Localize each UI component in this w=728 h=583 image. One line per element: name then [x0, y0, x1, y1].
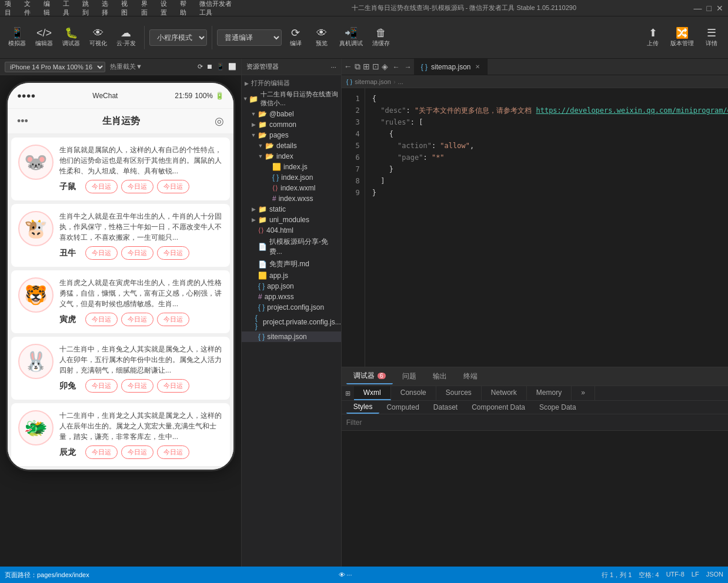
zodiac-btn2-4[interactable]: 今日运: [121, 445, 153, 459]
menu-project[interactable]: 项目: [5, 0, 15, 17]
subtab-styles[interactable]: Styles: [346, 401, 380, 414]
tree-item-16[interactable]: # app.wxss: [242, 292, 341, 302]
cloud-button[interactable]: ☁ 云·开发: [113, 25, 139, 50]
zodiac-btn2-1[interactable]: 今日运: [121, 246, 153, 260]
close-button[interactable]: ✕: [716, 4, 723, 12]
menu-weixin[interactable]: 微信开发者工具: [199, 0, 235, 17]
tab-nav-forward[interactable]: →: [402, 63, 414, 71]
tree-item-3[interactable]: ▼ 📂 details: [242, 140, 341, 151]
subtab-component-data[interactable]: Component Data: [465, 401, 532, 413]
tree-item-1[interactable]: ▶ 📁 common: [242, 119, 341, 130]
menu-help[interactable]: 帮助: [180, 0, 190, 17]
phone-stop-icon[interactable]: ⏹: [206, 63, 213, 71]
menu-select[interactable]: 选择: [102, 0, 112, 17]
phone-landscape-icon[interactable]: ⬜: [228, 63, 236, 71]
tree-item-11[interactable]: ⟨⟩ 404.html: [242, 225, 341, 236]
mode-select[interactable]: 小程序模式 插件模式: [149, 29, 207, 46]
subtab-scope-data[interactable]: Scope Data: [532, 401, 583, 413]
maximize-button[interactable]: □: [707, 4, 712, 12]
tree-item-7[interactable]: ⟨⟩ index.wxml: [242, 183, 341, 193]
tree-root[interactable]: ▼📁十二生肖每日运势在线查询 微信小...: [242, 89, 341, 109]
tree-item-6[interactable]: { } index.json: [242, 172, 341, 183]
preview-button[interactable]: 👁 预览: [310, 25, 333, 50]
devtools-tab-more[interactable]: »: [572, 386, 595, 400]
file-panel-menu-icon[interactable]: ···: [331, 63, 336, 71]
editor-button[interactable]: </> 编辑器: [32, 25, 56, 50]
tree-item-0[interactable]: ▼ 📂 @babel: [242, 109, 341, 119]
tree-item-2[interactable]: ▼ 📂 pages: [242, 130, 341, 140]
status-eye-icon[interactable]: 👁: [339, 571, 345, 578]
status-more-icon[interactable]: ···: [346, 571, 352, 578]
tab-split-icon[interactable]: ⧉: [355, 62, 360, 72]
menu-edit[interactable]: 编辑: [44, 0, 54, 17]
tab-nav-back[interactable]: ←: [390, 63, 402, 71]
tree-item-17[interactable]: { } project.config.json: [242, 302, 341, 313]
tree-item-5[interactable]: 🟨 index.js: [242, 162, 341, 172]
zodiac-btn2-0[interactable]: 今日运: [121, 180, 153, 193]
devtools-tab-console[interactable]: Console: [391, 386, 436, 400]
filter-input[interactable]: [346, 418, 728, 427]
tree-item-13[interactable]: 📄 免责声明.md: [242, 258, 341, 270]
dock-icon[interactable]: ⊞: [345, 390, 350, 397]
tree-item-10[interactable]: ▶ 📁 uni_modules: [242, 215, 341, 225]
detail-button[interactable]: ☰ 详情: [700, 25, 723, 50]
zodiac-btn1-2[interactable]: 今日运: [85, 313, 118, 326]
phone-header-menu-icon[interactable]: ◎: [215, 115, 224, 128]
zodiac-btn3-4[interactable]: 今日运: [157, 445, 189, 459]
tree-item-4[interactable]: ▼ 📂 index: [242, 151, 341, 162]
menu-tools[interactable]: 工具: [63, 0, 73, 17]
tree-item-9[interactable]: ▶ 📁 static: [242, 204, 341, 215]
zodiac-btn1-0[interactable]: 今日运: [85, 180, 118, 193]
menu-settings[interactable]: 设置: [161, 0, 171, 17]
subtab-dataset[interactable]: Dataset: [426, 401, 465, 413]
minimize-button[interactable]: —: [694, 4, 702, 12]
clear-button[interactable]: 🗑 清缓存: [369, 25, 393, 50]
menu-view[interactable]: 视图: [121, 0, 131, 17]
devtools-tab-network[interactable]: Network: [482, 386, 527, 400]
devtools-tab-sources[interactable]: Sources: [436, 386, 482, 400]
phone-toolbar-hotshot[interactable]: 热重截关▼: [110, 62, 142, 71]
phone-refresh-icon[interactable]: ⟳: [198, 63, 203, 71]
devtools-tab-wxml[interactable]: Wxml: [354, 386, 391, 400]
tab-sitemap-json[interactable]: { } sitemap.json ✕: [414, 59, 488, 75]
version-button[interactable]: 🔀 版本管理: [667, 25, 697, 50]
tab-icons-1[interactable]: ⊞: [363, 62, 370, 72]
zodiac-btn1-4[interactable]: 今日运: [85, 445, 118, 459]
devtools-tab-memory[interactable]: Memory: [527, 386, 572, 400]
zodiac-btn2-3[interactable]: 今日运: [121, 379, 153, 393]
device-select[interactable]: iPhone 14 Pro Max 100% 16: [5, 62, 105, 72]
subtab-computed[interactable]: Computed: [379, 401, 426, 413]
zodiac-btn3-1[interactable]: 今日运: [157, 246, 189, 260]
tree-item-14[interactable]: 🟨 app.js: [242, 270, 341, 281]
menu-interface[interactable]: 界面: [141, 0, 151, 17]
menu-goto[interactable]: 跳到: [82, 0, 92, 17]
tree-item-19[interactable]: { } sitemap.json: [242, 331, 341, 342]
tab-back-icon[interactable]: ←: [344, 62, 352, 72]
tab-icons-3[interactable]: ◈: [382, 62, 388, 72]
real-debug-button[interactable]: 📲 真机调试: [336, 25, 366, 50]
refresh-button[interactable]: ⟳ 编译: [284, 25, 308, 50]
tab-close-icon[interactable]: ✕: [475, 63, 480, 70]
window-controls[interactable]: — □ ✕: [694, 4, 723, 12]
menu-bar[interactable]: 项目 文件 编辑 工具 跳到 选择 视图 界面 设置 帮助 微信开发者工具: [5, 0, 235, 17]
zodiac-btn3-3[interactable]: 今日运: [157, 379, 189, 393]
tree-item-15[interactable]: { } app.json: [242, 281, 341, 292]
tree-item-12[interactable]: 📄 扒模板源码分享-免费...: [242, 236, 341, 258]
simulator-button[interactable]: 📱 模拟器: [5, 25, 29, 50]
tree-open-editors[interactable]: ▶打开的编辑器: [242, 78, 341, 89]
zodiac-btn1-1[interactable]: 今日运: [85, 246, 118, 260]
code-content[interactable]: { "desc": "关于本文件的更多信息，请参考文档 https://deve…: [365, 88, 728, 367]
tab-icons-2[interactable]: ⊡: [372, 62, 379, 72]
debugger-tab-output[interactable]: 输出: [426, 369, 454, 384]
debugger-tab-main[interactable]: 调试器 6: [346, 368, 393, 384]
phone-portrait-icon[interactable]: 📱: [216, 63, 225, 71]
debugger-tab-terminal[interactable]: 终端: [456, 369, 485, 384]
visible-button[interactable]: 👁 可视化: [86, 25, 111, 50]
tree-item-8[interactable]: # index.wxss: [242, 193, 341, 204]
upload-button[interactable]: ⬆ 上传: [641, 25, 664, 50]
zodiac-btn3-0[interactable]: 今日运: [157, 180, 189, 193]
zodiac-btn3-2[interactable]: 今日运: [157, 313, 189, 326]
debug-button[interactable]: 🐛 调试器: [59, 25, 84, 50]
debugger-tab-problems[interactable]: 问题: [395, 369, 423, 384]
menu-file[interactable]: 文件: [24, 0, 34, 17]
